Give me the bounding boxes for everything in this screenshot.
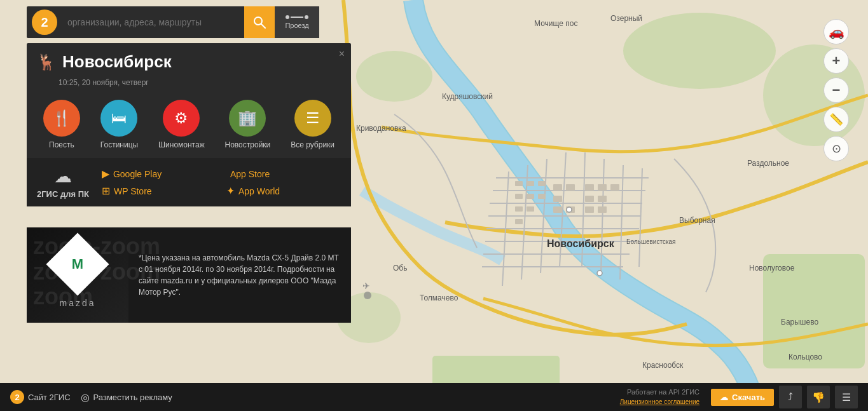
category-hotels-icon: 🛏: [100, 100, 137, 137]
ad-logo: M mazda: [27, 227, 128, 323]
svg-rect-42: [585, 206, 594, 213]
svg-rect-28: [538, 194, 546, 199]
share-button[interactable]: ⤴: [779, 386, 802, 408]
svg-rect-39: [515, 219, 523, 224]
svg-rect-4: [763, 254, 865, 368]
thumbs-down-button[interactable]: 👎: [807, 386, 830, 408]
google-play-link[interactable]: ▶ Google Play: [102, 168, 216, 180]
category-hotels[interactable]: 🛏 Гостиницы: [100, 100, 138, 149]
google-play-label: Google Play: [113, 169, 162, 179]
svg-point-46: [567, 207, 572, 212]
city-header: 🦌 Новосибирск: [27, 43, 351, 78]
map-controls: 🚗 + − 📏 ⊙: [823, 19, 849, 161]
svg-rect-40: [553, 206, 562, 213]
wp-store-icon: ⊞: [102, 185, 110, 197]
wp-store-link[interactable]: ⊞ WP Store: [102, 185, 216, 197]
svg-rect-38: [527, 206, 534, 212]
download-button[interactable]: ☁ Скачать: [711, 389, 774, 406]
app-store-link[interactable]: App Store: [226, 168, 341, 180]
pc-download-label: 2ГИС для ПК: [37, 189, 89, 199]
app-world-label: App World: [238, 186, 280, 196]
download-label: Скачать: [732, 393, 765, 402]
category-eat[interactable]: 🍴 Поесть: [43, 100, 80, 149]
location-button[interactable]: ⊙: [823, 136, 849, 161]
category-all-label: Все рубрики: [291, 140, 334, 149]
city-name: Новосибирск: [62, 52, 172, 72]
ruler-button[interactable]: 📏: [823, 107, 849, 132]
svg-rect-31: [553, 196, 562, 202]
logo-text: 2: [41, 15, 48, 30]
panel-close-button[interactable]: ×: [339, 48, 345, 60]
zoom-in-button[interactable]: +: [823, 48, 849, 74]
svg-point-48: [254, 17, 262, 25]
category-eat-label: Поесть: [49, 140, 74, 149]
category-eat-icon: 🍴: [43, 100, 80, 137]
svg-rect-30: [566, 184, 575, 191]
zoom-out-button[interactable]: −: [823, 77, 849, 103]
category-newbuildings-icon: 🏢: [229, 100, 266, 137]
google-play-icon: ▶: [102, 168, 109, 180]
search-bar: 2 Проезд: [27, 6, 319, 38]
download-section: ☁ 2ГИС для ПК ▶ Google Play App Store ⊞ …: [27, 158, 351, 206]
app-world-link[interactable]: ✦ App World: [226, 185, 341, 197]
api-info: Работает на API 2ГИС Лицензионное соглаш…: [620, 387, 699, 407]
city-time: 10:25, 20 ноября, четверг: [27, 78, 351, 96]
svg-rect-34: [610, 184, 619, 191]
ad-text: *Цена указана на автомобиль Mazda СХ-5 Д…: [128, 245, 351, 306]
ad-banner[interactable]: zoom-zoomzoom-zoomzoom M mazda *Цена ука…: [27, 227, 351, 323]
bottom-bar: 2 Сайт 2ГИС ◎ Разместить рекламу Работае…: [0, 383, 868, 411]
advertise-link[interactable]: ◎ Разместить рекламу: [81, 391, 172, 403]
svg-rect-36: [598, 196, 607, 202]
svg-rect-24: [527, 181, 534, 186]
svg-rect-37: [515, 206, 523, 212]
site-2gis-link[interactable]: 2 Сайт 2ГИС: [10, 390, 71, 404]
2gis-logo-small: 2: [10, 390, 24, 404]
bottom-left: 2 Сайт 2ГИС ◎ Разместить рекламу: [0, 390, 183, 404]
main-panel: × 🦌 Новосибирск 10:25, 20 ноября, четвер…: [27, 43, 351, 206]
cloud-download-icon: ☁: [54, 166, 72, 187]
svg-point-3: [356, 51, 432, 102]
svg-text:✈: ✈: [362, 281, 370, 291]
advertise-icon: ◎: [81, 391, 90, 403]
route-button-label: Проезд: [285, 22, 308, 29]
route-icon: [286, 15, 308, 19]
category-tires-label: Шиномонтаж: [158, 140, 205, 149]
svg-rect-26: [515, 194, 523, 199]
logo-button[interactable]: 2: [32, 10, 57, 35]
advertise-label: Разместить рекламу: [93, 393, 172, 402]
category-newbuildings-label: Новостройки: [225, 140, 271, 149]
pc-download-button[interactable]: ☁ 2ГИС для ПК: [37, 166, 89, 199]
menu-button[interactable]: ☰: [835, 386, 858, 408]
svg-line-49: [261, 24, 265, 28]
svg-point-47: [597, 271, 602, 276]
api-line1: Работает на API 2ГИС: [620, 387, 699, 397]
traffic-button[interactable]: 🚗: [823, 19, 849, 44]
svg-rect-33: [598, 184, 607, 191]
svg-rect-25: [538, 181, 546, 186]
city-icon: 🦌: [37, 53, 56, 71]
categories-section: 🍴 Поесть 🛏 Гостиницы ⚙ Шиномонтаж 🏢 Ново…: [27, 96, 351, 158]
mazda-brand-label: mazda: [59, 298, 95, 308]
category-newbuildings[interactable]: 🏢 Новостройки: [225, 100, 271, 149]
svg-rect-35: [585, 196, 594, 202]
app-world-icon: ✦: [226, 185, 235, 197]
menu-icon: ☰: [842, 391, 851, 403]
category-tires[interactable]: ⚙ Шиномонтаж: [158, 100, 205, 149]
app-store-label: App Store: [230, 169, 270, 179]
svg-rect-23: [515, 181, 523, 186]
category-all-icon: ☰: [294, 100, 331, 137]
share-icon: ⤴: [788, 391, 793, 403]
svg-rect-29: [553, 184, 562, 191]
search-input[interactable]: [62, 17, 244, 27]
route-button[interactable]: Проезд: [275, 6, 319, 38]
license-link[interactable]: Лицензионное соглашение: [620, 398, 699, 405]
category-hotels-label: Гостиницы: [100, 140, 138, 149]
svg-point-1: [623, 13, 776, 89]
svg-point-2: [763, 44, 865, 146]
app-links: ▶ Google Play App Store ⊞ WP Store ✦ App…: [102, 168, 341, 197]
category-tires-icon: ⚙: [163, 100, 200, 137]
site-2gis-label: Сайт 2ГИС: [28, 393, 71, 402]
wp-store-label: WP Store: [114, 186, 152, 196]
search-button[interactable]: [244, 6, 275, 38]
category-all[interactable]: ☰ Все рубрики: [291, 100, 334, 149]
